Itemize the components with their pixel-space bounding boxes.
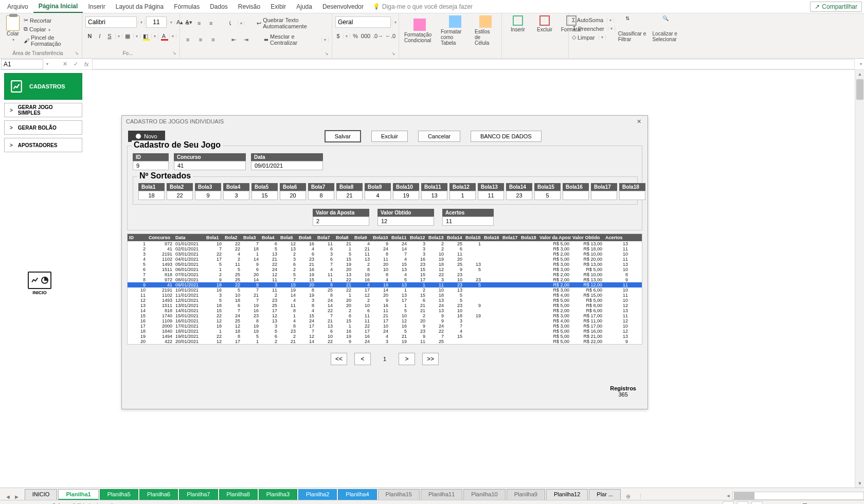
- sheet-tab[interactable]: Planilha8: [219, 489, 258, 500]
- input-bola12[interactable]: [449, 191, 476, 200]
- input-valor-obtido[interactable]: [377, 217, 434, 226]
- grid-header-cell[interactable]: Bola15: [464, 234, 482, 241]
- table-row[interactable]: 10219110/01/202116571119825221714121013R…: [128, 287, 642, 293]
- input-data[interactable]: [251, 161, 323, 170]
- bold-button[interactable]: N: [85, 31, 94, 41]
- view-page-break-button[interactable]: ▥: [751, 501, 763, 505]
- sheet-tab[interactable]: Planilha11: [421, 489, 462, 500]
- grid-header-cell[interactable]: Bola12: [408, 234, 427, 241]
- formula-expand[interactable]: ▾: [858, 62, 864, 66]
- clipboard-launcher[interactable]: ↘: [75, 50, 79, 56]
- cells-delete-button[interactable]: Excluir: [532, 14, 557, 33]
- input-bola4[interactable]: [223, 191, 249, 200]
- menu-revisao[interactable]: Revisão: [233, 1, 265, 12]
- input-bola11[interactable]: [421, 191, 447, 200]
- sheet-tab[interactable]: Planilha1: [58, 489, 98, 500]
- find-select-button[interactable]: 🔍Localizar e Selecionar: [651, 14, 689, 43]
- align-right-button[interactable]: ≡: [208, 34, 218, 45]
- align-left-button[interactable]: ≡: [183, 34, 193, 45]
- tell-me-input[interactable]: Diga-me o que você deseja fazer: [382, 3, 473, 10]
- table-row[interactable]: 2042220/01/20211217122114229243191125R$ …: [128, 339, 642, 344]
- grid-header-cell[interactable]: Bola10: [371, 234, 390, 241]
- font-size-dropdown[interactable]: ▾: [168, 20, 175, 25]
- table-row[interactable]: 16110916/01/2021122581342421151117122093…: [128, 318, 642, 323]
- fill-button[interactable]: ↧Preencher▾: [572, 25, 615, 32]
- percent-button[interactable]: %: [352, 31, 358, 41]
- sheet-tab[interactable]: Planilha2: [298, 489, 337, 500]
- hscroll-left-icon[interactable]: ◄: [725, 492, 732, 499]
- grid-header-cell[interactable]: Bola17: [501, 234, 519, 241]
- table-row[interactable]: 3219103/01/20212241132635118731011R$ 2,0…: [128, 251, 642, 257]
- alignment-launcher[interactable]: ↘: [325, 51, 329, 56]
- tab-nav-prev[interactable]: ◄: [5, 494, 11, 500]
- sheet-tab[interactable]: Planilha9: [507, 489, 545, 500]
- number-format-select[interactable]: [335, 16, 391, 28]
- sheet-tab[interactable]: Planilha7: [179, 489, 218, 500]
- pager-prev[interactable]: <: [354, 353, 371, 365]
- accounting-button[interactable]: $: [335, 31, 341, 41]
- menu-dados[interactable]: Dados: [205, 1, 233, 12]
- scroll-up-icon[interactable]: ▲: [855, 70, 864, 78]
- nav-gerar-jogo[interactable]: >GERAR JOGO SIMPLES: [4, 103, 82, 117]
- table-row[interactable]: 11110211/01/202131021214198112201315185R…: [128, 293, 642, 298]
- sheet-tab[interactable]: Plar ...: [589, 489, 621, 500]
- number-launcher[interactable]: ↘: [391, 51, 395, 56]
- grid-header-cell[interactable]: ID: [128, 234, 147, 241]
- sheet-tab[interactable]: Planilha10: [463, 489, 505, 500]
- input-id[interactable]: [133, 161, 169, 170]
- font-family-dropdown[interactable]: ▾: [138, 20, 145, 25]
- font-size-select[interactable]: [146, 16, 167, 28]
- fill-color-button[interactable]: ◧: [141, 31, 150, 41]
- grid-header-cell[interactable]: Bola16: [482, 234, 501, 241]
- sort-filter-button[interactable]: ⇅Classificar e Filtrar: [616, 14, 650, 43]
- table-row[interactable]: 17200017/01/202118121938171312210169247R…: [128, 323, 642, 329]
- grid-header-cell[interactable]: Concurso: [147, 234, 174, 241]
- grid-header-cell[interactable]: Bola3: [242, 234, 260, 241]
- table-row[interactable]: 19149419/01/2021228562121019164219715R$ …: [128, 334, 642, 339]
- sheet-tab[interactable]: Planilha15: [378, 489, 420, 500]
- name-box-dropdown[interactable]: ▾: [44, 62, 50, 66]
- cancel-formula-icon[interactable]: ✕: [60, 61, 70, 67]
- grid-body[interactable]: 197201/01/202110227612161121492432251R$ …: [128, 241, 642, 344]
- tab-nav-next[interactable]: ►: [14, 494, 20, 500]
- menu-inserir[interactable]: Inserir: [83, 1, 110, 12]
- formula-input[interactable]: [92, 59, 855, 69]
- grid-header-cell[interactable]: Bola11: [390, 234, 408, 241]
- input-bola2[interactable]: [167, 191, 193, 200]
- pager-next[interactable]: >: [399, 353, 415, 365]
- input-bola6[interactable]: [280, 191, 306, 200]
- format-painter-button[interactable]: 🖌Pincel de Formatação: [24, 34, 79, 47]
- table-row[interactable]: 18184018/01/20211181952376161724523224R$…: [128, 329, 642, 334]
- conditional-format-button[interactable]: Formatação Condicional: [402, 17, 438, 44]
- banco-dados-button[interactable]: BANCO DE DADOS: [471, 131, 542, 142]
- table-row[interactable]: 5149305/01/20215119226217192201523182513…: [128, 262, 642, 267]
- fx-icon[interactable]: fx: [81, 61, 92, 67]
- grid-header-cell[interactable]: Acertos: [604, 234, 629, 241]
- worksheet-area[interactable]: CADASTROS >GERAR JOGO SIMPLES >GERAR BOL…: [0, 70, 864, 488]
- table-row[interactable]: 13151113/01/2021186192511814201016121242…: [128, 303, 642, 308]
- input-valor-aposta[interactable]: [313, 217, 369, 226]
- decrease-indent-button[interactable]: ⇤: [229, 34, 239, 45]
- grid-header-cell[interactable]: Bola9: [353, 234, 371, 241]
- cut-button[interactable]: ✂Recortar: [24, 16, 79, 24]
- grid-header-cell[interactable]: Bola1: [205, 234, 223, 241]
- table-row[interactable]: 197201/01/202110227612161121492432251R$ …: [128, 241, 642, 246]
- thousands-button[interactable]: 000: [361, 31, 371, 41]
- input-bola1[interactable]: [138, 191, 165, 200]
- confirm-formula-icon[interactable]: ✓: [70, 61, 81, 67]
- copy-button[interactable]: ⧉Copiar: [24, 25, 79, 33]
- sheet-tab[interactable]: Planilha4: [338, 489, 376, 500]
- input-bola17[interactable]: [591, 191, 617, 200]
- share-button[interactable]: ↗Compartilhar: [810, 2, 862, 12]
- input-concurso[interactable]: [174, 161, 246, 170]
- hscroll-thumb[interactable]: [734, 492, 754, 499]
- sheet-tab[interactable]: Planilha12: [546, 489, 588, 500]
- nav-apostadores[interactable]: >APOSTADORES: [4, 138, 82, 152]
- font-color-button[interactable]: A: [159, 31, 168, 41]
- grid-header-cell[interactable]: Bola13: [427, 234, 445, 241]
- cancelar-button[interactable]: Cancelar: [418, 131, 460, 142]
- font-family-select[interactable]: [85, 16, 137, 28]
- table-row[interactable]: 24102/01/202172218513461212414326R$ 3,00…: [128, 246, 642, 251]
- format-as-table-button[interactable]: Formatar como Tabela: [439, 14, 472, 47]
- align-top-button[interactable]: ≡: [183, 18, 192, 28]
